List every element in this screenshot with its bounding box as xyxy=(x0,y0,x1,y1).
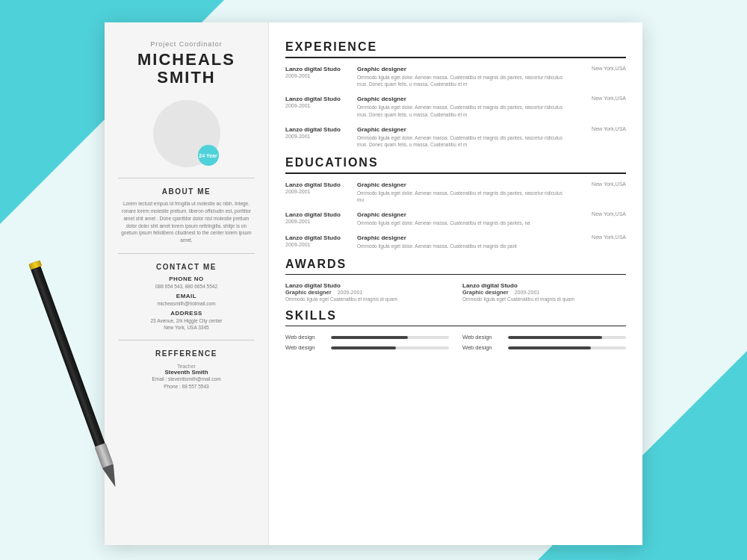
edu-desc: Ommodo ligula eget dolor. Aenean massa. … xyxy=(357,220,569,227)
divider-about xyxy=(118,178,255,178)
edu-company: Lanzo digital Studo xyxy=(285,234,353,241)
edu-role: Graphic designer xyxy=(357,211,569,218)
awards-row: Lanzo digital Studo Graphic designer 200… xyxy=(285,282,626,303)
exp-location: New York,USA xyxy=(574,126,626,131)
exp-location: New York,USA xyxy=(574,66,626,71)
edu-company: Lanzo digital Studo xyxy=(285,211,353,218)
email-label: EMAIL xyxy=(118,293,255,299)
ref-email: Email : steventlsmith@mail.com xyxy=(118,376,255,383)
about-text: Lorem lectust empus id fringilla ut mole… xyxy=(118,200,255,244)
right-column: EXPERIENCE Lanzo digital Studo 2009-2001… xyxy=(269,22,642,545)
table-row: Lanzo digital Studo 2009-2001 Graphic de… xyxy=(285,126,626,149)
edu-role: Graphic designer xyxy=(357,181,569,188)
award-role: Graphic designer xyxy=(462,289,509,296)
exp-year: 2009-2001 xyxy=(285,73,353,78)
phone-block: PHONE NO 088 654 543, 880 6654 5542 xyxy=(118,276,255,290)
list-item: Web design xyxy=(285,334,449,340)
award-desc: Ommodo ligula eget Cuatenatibu et magnis… xyxy=(285,296,449,303)
pen-body xyxy=(28,261,105,447)
list-item: Web design xyxy=(285,344,449,351)
edu-desc: Ommodo ligula eget dolor. Aenean massa. … xyxy=(357,243,569,250)
award-item: Lanzo digital Studo Graphic designer 200… xyxy=(285,282,449,303)
edu-company: Lanzo digital Studo xyxy=(285,181,353,188)
edu-location: New York,USA xyxy=(574,211,626,217)
skills-col-right: Web design Web design xyxy=(462,334,626,355)
exp-location: New York,USA xyxy=(574,96,626,101)
exp-role: Graphic designer xyxy=(357,66,569,72)
award-item: Lanzo digital Studo Graphic designer 200… xyxy=(462,282,626,303)
exp-company: Lanzo digital Studo xyxy=(285,66,353,72)
exp-year: 2009-2001 xyxy=(285,134,353,139)
email-block: EMAIL micheasmith@hotmail.com xyxy=(118,293,255,307)
table-row: Lanzo digital Studo 2009-2001 Graphic de… xyxy=(285,234,626,250)
award-company: Lanzo digital Studo xyxy=(285,282,449,289)
skill-bar-fill xyxy=(508,346,591,349)
phone-value: 088 654 543, 880 6654 5542 xyxy=(118,283,255,290)
pen-tip xyxy=(102,464,121,489)
table-row: Lanzo digital Studo 2009-2001 Graphic de… xyxy=(285,96,626,119)
skills-grid: Web design Web design Web design xyxy=(285,334,626,355)
exp-desc: Ommodo ligula eget dolor. Aenean massa. … xyxy=(357,104,569,119)
experience-title: EXPERIENCE xyxy=(285,40,626,54)
exp-desc: Ommodo ligula eget dolor. Aenean massa. … xyxy=(357,74,569,89)
educations-divider xyxy=(285,172,626,174)
award-year: 2009-2001 xyxy=(338,290,362,295)
experience-badge: 24 Year xyxy=(198,145,219,166)
skill-label: Web design xyxy=(462,344,503,351)
edu-year: 2009-2001 xyxy=(285,189,353,194)
edu-year: 2009-2001 xyxy=(285,242,353,247)
table-row: Lanzo digital Studo 2009-2001 Graphic de… xyxy=(285,66,626,89)
edu-location: New York,USA xyxy=(574,181,626,187)
skill-bar-fill xyxy=(508,336,602,339)
address-block: ADDRESS 23 Avenue, 2/k Higgle City cente… xyxy=(118,310,255,331)
skills-section: SKILLS Web design Web design xyxy=(285,309,626,355)
ref-role: Teacher xyxy=(118,364,255,369)
edu-role: Graphic designer xyxy=(357,234,569,241)
ref-name: Steventh Smith xyxy=(118,369,255,376)
educations-title: EDUCATIONS xyxy=(285,156,626,169)
award-year: 2009-2001 xyxy=(515,290,539,295)
skill-bar-fill xyxy=(331,336,408,339)
list-item: Web design xyxy=(462,344,626,351)
award-company: Lanzo digital Studo xyxy=(462,282,626,289)
reference-block: Teacher Steventh Smith Email : steventls… xyxy=(118,364,255,391)
skills-col-left: Web design Web design xyxy=(285,334,449,355)
edu-year: 2009-2001 xyxy=(285,219,353,224)
experience-section: EXPERIENCE Lanzo digital Studo 2009-2001… xyxy=(285,40,626,149)
table-row: Lanzo digital Studo 2009-2001 Graphic de… xyxy=(285,211,626,227)
list-item: Web design xyxy=(462,334,626,340)
skill-bar-bg xyxy=(331,346,449,349)
email-value: micheasmith@hotmail.com xyxy=(118,300,255,307)
avatar: 24 Year xyxy=(153,100,220,167)
skill-bar-fill xyxy=(331,346,396,349)
job-title: Project Coordinator xyxy=(150,40,223,48)
name-block: MICHEALS SMITH xyxy=(137,51,235,87)
resume-paper: Project Coordinator MICHEALS SMITH 24 Ye… xyxy=(105,22,642,545)
exp-desc: Ommodo ligula eget dolor. Aenean massa. … xyxy=(357,134,569,149)
skill-label: Web design xyxy=(285,334,326,340)
contact-title: CONTACT ME xyxy=(156,263,217,271)
skills-title: SKILLS xyxy=(285,309,626,323)
table-row: Lanzo digital Studo 2009-2001 Graphic de… xyxy=(285,181,626,205)
skills-divider xyxy=(285,326,626,327)
address-value: 23 Avenue, 2/k Higgle City centerNew Yor… xyxy=(118,317,255,331)
address-label: ADDRESS xyxy=(118,310,255,317)
divider-ref xyxy=(118,340,255,340)
awards-section: AWARDS Lanzo digital Studo Graphic desig… xyxy=(285,258,626,303)
reference-title: REFFERENCE xyxy=(155,349,217,358)
award-role: Graphic designer xyxy=(285,289,332,296)
about-title: ABOUT ME xyxy=(162,187,211,196)
divider-contact xyxy=(118,253,255,254)
exp-year: 2009-2001 xyxy=(285,103,353,108)
skill-bar-bg xyxy=(508,346,626,349)
edu-location: New York,USA xyxy=(574,234,626,240)
educations-section: EDUCATIONS Lanzo digital Studo 2009-2001… xyxy=(285,156,626,250)
exp-role: Graphic designer xyxy=(357,126,569,133)
exp-role: Graphic designer xyxy=(357,96,569,102)
awards-title: AWARDS xyxy=(285,258,626,271)
pen-gold-ring xyxy=(28,260,42,270)
exp-company: Lanzo digital Studo xyxy=(285,96,353,102)
skill-label: Web design xyxy=(462,334,503,340)
skill-bar-bg xyxy=(508,336,626,339)
experience-divider xyxy=(285,57,626,58)
